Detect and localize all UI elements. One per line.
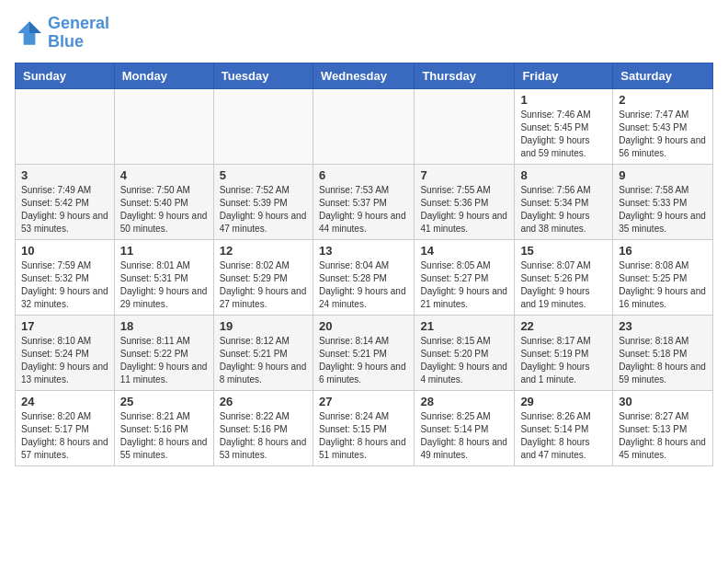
calendar-cell: 26Sunrise: 8:22 AM Sunset: 5:16 PM Dayli… [213, 390, 313, 465]
day-number: 16 [619, 244, 707, 258]
day-number: 14 [420, 244, 508, 258]
day-number: 22 [520, 319, 607, 333]
calendar-cell [415, 88, 515, 164]
calendar-cell: 30Sunrise: 8:27 AM Sunset: 5:13 PM Dayli… [613, 390, 713, 465]
day-number: 8 [520, 168, 607, 182]
calendar-cell: 18Sunrise: 8:11 AM Sunset: 5:22 PM Dayli… [114, 315, 213, 390]
day-number: 10 [21, 244, 108, 258]
day-number: 30 [619, 395, 707, 408]
svg-marker-1 [29, 21, 41, 33]
day-info: Sunrise: 7:46 AM Sunset: 5:45 PM Dayligh… [520, 109, 607, 160]
calendar-cell: 1Sunrise: 7:46 AM Sunset: 5:45 PM Daylig… [515, 88, 613, 164]
day-number: 7 [420, 168, 508, 182]
day-info: Sunrise: 8:15 AM Sunset: 5:20 PM Dayligh… [420, 335, 508, 386]
day-info: Sunrise: 8:02 AM Sunset: 5:29 PM Dayligh… [220, 259, 307, 311]
day-number: 29 [520, 395, 607, 408]
calendar-cell: 21Sunrise: 8:15 AM Sunset: 5:20 PM Dayli… [415, 315, 515, 390]
weekday-header-tuesday: Tuesday [213, 63, 313, 88]
calendar-cell: 11Sunrise: 8:01 AM Sunset: 5:31 PM Dayli… [114, 239, 213, 315]
calendar-cell: 27Sunrise: 8:24 AM Sunset: 5:15 PM Dayli… [313, 390, 414, 465]
calendar-cell: 5Sunrise: 7:52 AM Sunset: 5:39 PM Daylig… [213, 164, 313, 239]
day-info: Sunrise: 8:10 AM Sunset: 5:24 PM Dayligh… [21, 335, 108, 386]
day-info: Sunrise: 7:56 AM Sunset: 5:34 PM Dayligh… [520, 184, 607, 236]
day-number: 15 [520, 244, 607, 258]
day-info: Sunrise: 8:08 AM Sunset: 5:25 PM Dayligh… [619, 259, 707, 311]
calendar-cell: 4Sunrise: 7:50 AM Sunset: 5:40 PM Daylig… [114, 164, 213, 239]
calendar-cell: 10Sunrise: 7:59 AM Sunset: 5:32 PM Dayli… [16, 239, 115, 315]
day-info: Sunrise: 8:12 AM Sunset: 5:21 PM Dayligh… [220, 335, 307, 386]
day-info: Sunrise: 7:53 AM Sunset: 5:37 PM Dayligh… [319, 184, 408, 236]
day-info: Sunrise: 8:21 AM Sunset: 5:16 PM Dayligh… [120, 410, 208, 462]
calendar-cell: 29Sunrise: 8:26 AM Sunset: 5:14 PM Dayli… [515, 390, 613, 465]
calendar-cell: 16Sunrise: 8:08 AM Sunset: 5:25 PM Dayli… [613, 239, 713, 315]
page-header: General Blue [15, 15, 713, 52]
day-info: Sunrise: 8:26 AM Sunset: 5:14 PM Dayligh… [520, 410, 607, 462]
calendar-cell: 23Sunrise: 8:18 AM Sunset: 5:18 PM Dayli… [613, 315, 713, 390]
calendar-week-1: 1Sunrise: 7:46 AM Sunset: 5:45 PM Daylig… [16, 88, 713, 164]
day-info: Sunrise: 8:07 AM Sunset: 5:26 PM Dayligh… [520, 259, 607, 311]
weekday-header-saturday: Saturday [613, 63, 713, 88]
day-number: 18 [120, 319, 208, 333]
day-info: Sunrise: 8:18 AM Sunset: 5:18 PM Dayligh… [619, 335, 707, 386]
day-info: Sunrise: 7:47 AM Sunset: 5:43 PM Dayligh… [619, 109, 707, 160]
day-info: Sunrise: 7:52 AM Sunset: 5:39 PM Dayligh… [220, 184, 307, 236]
day-number: 26 [220, 395, 307, 408]
day-number: 11 [120, 244, 208, 258]
calendar-cell [213, 88, 313, 164]
day-number: 20 [319, 319, 408, 333]
day-info: Sunrise: 8:20 AM Sunset: 5:17 PM Dayligh… [21, 410, 108, 462]
calendar-cell [16, 88, 115, 164]
day-info: Sunrise: 8:05 AM Sunset: 5:27 PM Dayligh… [420, 259, 508, 311]
calendar-cell: 2Sunrise: 7:47 AM Sunset: 5:43 PM Daylig… [613, 88, 713, 164]
calendar-week-5: 24Sunrise: 8:20 AM Sunset: 5:17 PM Dayli… [16, 390, 713, 465]
calendar-cell: 17Sunrise: 8:10 AM Sunset: 5:24 PM Dayli… [16, 315, 115, 390]
day-number: 5 [220, 168, 307, 182]
weekday-header-friday: Friday [515, 63, 613, 88]
day-info: Sunrise: 8:27 AM Sunset: 5:13 PM Dayligh… [619, 410, 707, 462]
day-number: 9 [619, 168, 707, 182]
calendar-cell: 25Sunrise: 8:21 AM Sunset: 5:16 PM Dayli… [114, 390, 213, 465]
calendar-header-row: SundayMondayTuesdayWednesdayThursdayFrid… [16, 63, 713, 88]
day-info: Sunrise: 7:55 AM Sunset: 5:36 PM Dayligh… [420, 184, 508, 236]
day-number: 12 [220, 244, 307, 258]
day-info: Sunrise: 8:11 AM Sunset: 5:22 PM Dayligh… [120, 335, 208, 386]
day-number: 1 [520, 93, 607, 107]
weekday-header-sunday: Sunday [16, 63, 115, 88]
day-info: Sunrise: 8:25 AM Sunset: 5:14 PM Dayligh… [420, 410, 508, 462]
day-number: 25 [120, 395, 208, 408]
weekday-header-monday: Monday [114, 63, 213, 88]
calendar-cell: 20Sunrise: 8:14 AM Sunset: 5:21 PM Dayli… [313, 315, 414, 390]
logo: General Blue [15, 15, 109, 52]
weekday-header-wednesday: Wednesday [313, 63, 414, 88]
calendar-cell [313, 88, 414, 164]
day-number: 17 [21, 319, 108, 333]
day-info: Sunrise: 7:59 AM Sunset: 5:32 PM Dayligh… [21, 259, 108, 311]
day-number: 13 [319, 244, 408, 258]
logo-icon [15, 18, 44, 48]
day-info: Sunrise: 7:50 AM Sunset: 5:40 PM Dayligh… [120, 184, 208, 236]
day-info: Sunrise: 8:24 AM Sunset: 5:15 PM Dayligh… [319, 410, 408, 462]
day-number: 27 [319, 395, 408, 408]
day-number: 28 [420, 395, 508, 408]
day-info: Sunrise: 8:22 AM Sunset: 5:16 PM Dayligh… [220, 410, 307, 462]
day-number: 21 [420, 319, 508, 333]
calendar-cell: 13Sunrise: 8:04 AM Sunset: 5:28 PM Dayli… [313, 239, 414, 315]
logo-text: General Blue [48, 15, 109, 52]
calendar-week-2: 3Sunrise: 7:49 AM Sunset: 5:42 PM Daylig… [16, 164, 713, 239]
calendar-cell: 7Sunrise: 7:55 AM Sunset: 5:36 PM Daylig… [415, 164, 515, 239]
calendar-cell: 8Sunrise: 7:56 AM Sunset: 5:34 PM Daylig… [515, 164, 613, 239]
calendar-cell [114, 88, 213, 164]
calendar-week-3: 10Sunrise: 7:59 AM Sunset: 5:32 PM Dayli… [16, 239, 713, 315]
calendar-cell: 28Sunrise: 8:25 AM Sunset: 5:14 PM Dayli… [415, 390, 515, 465]
calendar: SundayMondayTuesdayWednesdayThursdayFrid… [15, 63, 713, 466]
day-number: 4 [120, 168, 208, 182]
calendar-cell: 6Sunrise: 7:53 AM Sunset: 5:37 PM Daylig… [313, 164, 414, 239]
day-number: 19 [220, 319, 307, 333]
calendar-cell: 12Sunrise: 8:02 AM Sunset: 5:29 PM Dayli… [213, 239, 313, 315]
day-info: Sunrise: 8:01 AM Sunset: 5:31 PM Dayligh… [120, 259, 208, 311]
day-number: 24 [21, 395, 108, 408]
day-number: 3 [21, 168, 108, 182]
calendar-cell: 14Sunrise: 8:05 AM Sunset: 5:27 PM Dayli… [415, 239, 515, 315]
calendar-cell: 19Sunrise: 8:12 AM Sunset: 5:21 PM Dayli… [213, 315, 313, 390]
day-info: Sunrise: 8:17 AM Sunset: 5:19 PM Dayligh… [520, 335, 607, 386]
